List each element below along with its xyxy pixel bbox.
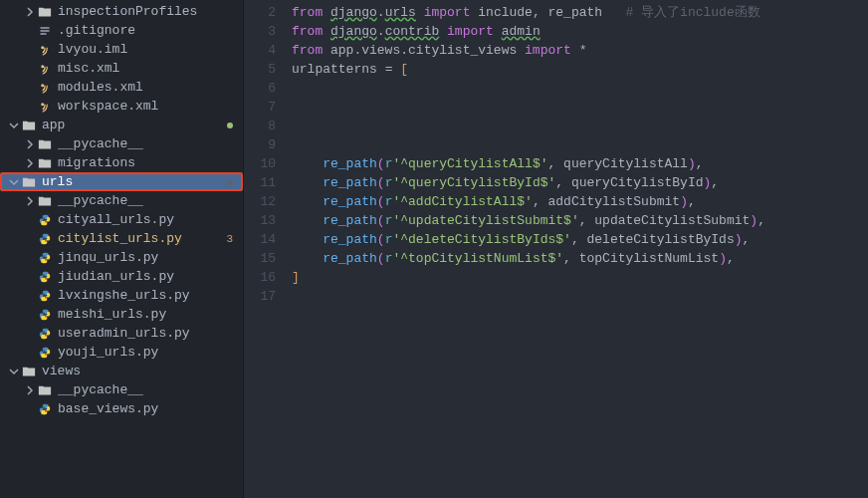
- code-token: '^queryCitylistById$': [392, 175, 555, 190]
- code-token: addCitylistSubmit: [548, 194, 681, 209]
- code-token: '^deleteCitylistByIds$': [392, 232, 570, 247]
- code-token: django: [330, 24, 377, 39]
- python-file-icon: [38, 289, 52, 303]
- code-token: [292, 194, 323, 209]
- code-line[interactable]: re_path(r'^queryCitylistById$', queryCit…: [292, 173, 868, 192]
- code-line[interactable]: re_path(r'^deleteCitylistByIds$', delete…: [292, 230, 868, 249]
- code-line[interactable]: re_path(r'^topCitylistNumList$', topCity…: [292, 249, 868, 268]
- code-line[interactable]: re_path(r'^updateCitylistSubmit$', updat…: [292, 211, 868, 230]
- xml-file-icon: [38, 62, 52, 76]
- tree-item-lvyou-iml[interactable]: lvyou.iml: [0, 40, 243, 59]
- tree-item-views[interactable]: views: [0, 362, 243, 380]
- code-line[interactable]: [292, 135, 868, 154]
- tree-item-inspectionprofiles[interactable]: inspectionProfiles: [0, 2, 243, 21]
- folder-icon: [38, 383, 52, 397]
- line-number: 4: [244, 41, 292, 60]
- code-token: ): [735, 232, 743, 247]
- tree-item-youji-urls-py[interactable]: youji_urls.py: [0, 343, 243, 362]
- status-dot: [227, 179, 233, 185]
- tree-item-label: cityall_urls.py: [58, 212, 243, 227]
- tree-item-label: useradmin_urls.py: [58, 326, 243, 341]
- code-token: ,: [547, 156, 563, 171]
- python-file-icon: [38, 308, 52, 322]
- tree-item---pycache--[interactable]: __pycache__: [0, 380, 243, 399]
- line-number: 16: [244, 268, 292, 287]
- code-line[interactable]: urlpatterns = [: [292, 60, 868, 79]
- tree-item-modules-xml[interactable]: modules.xml: [0, 78, 243, 97]
- code-token: re_path: [323, 232, 377, 247]
- code-token: .: [377, 5, 385, 20]
- code-token: [292, 213, 323, 228]
- code-content[interactable]: from django.urls import include, re_path…: [292, 0, 868, 498]
- code-token: ,: [579, 213, 595, 228]
- tree-item---pycache--[interactable]: __pycache__: [0, 134, 243, 153]
- folder-icon: [22, 365, 36, 378]
- tree-item-label: .gitignore: [58, 23, 243, 38]
- svg-rect-1: [41, 30, 50, 32]
- tree-item-citylist-urls-py[interactable]: citylist_urls.py3: [0, 229, 243, 248]
- code-line[interactable]: [292, 287, 868, 306]
- tree-item-urls[interactable]: urls: [0, 172, 243, 191]
- tree-item-meishi-urls-py[interactable]: meishi_urls.py: [0, 305, 243, 324]
- code-line[interactable]: re_path(r'^queryCitylistAll$', queryCity…: [292, 154, 868, 173]
- code-line[interactable]: [292, 98, 868, 117]
- file-explorer-sidebar[interactable]: inspectionProfiles.gitignorelvyou.imlmis…: [0, 0, 244, 498]
- svg-rect-2: [41, 33, 47, 35]
- code-token: deleteCitylistByIds: [587, 232, 735, 247]
- code-token: =: [385, 62, 401, 77]
- code-token: ): [719, 251, 727, 266]
- tree-item-useradmin-urls-py[interactable]: useradmin_urls.py: [0, 324, 243, 343]
- code-token: (: [377, 156, 385, 171]
- code-token: [292, 232, 323, 247]
- code-token: ,: [563, 251, 579, 266]
- line-number: 3: [244, 22, 292, 41]
- code-line[interactable]: re_path(r'^addCitylistAll$', addCitylist…: [292, 192, 868, 211]
- folder-icon: [38, 137, 52, 151]
- tree-item-jinqu-urls-py[interactable]: jinqu_urls.py: [0, 248, 243, 267]
- tree-item-label: jinqu_urls.py: [58, 250, 243, 265]
- svg-point-6: [41, 103, 44, 106]
- code-token: updateCitylistSubmit: [594, 213, 750, 228]
- code-line[interactable]: from app.views.citylist_views import *: [292, 41, 868, 60]
- code-line[interactable]: from django.contrib import admin: [292, 22, 868, 41]
- line-number: 8: [244, 117, 292, 135]
- code-line[interactable]: [292, 79, 868, 98]
- tree-item-label: workspace.xml: [58, 99, 243, 114]
- tree-item-app[interactable]: app: [0, 116, 243, 134]
- tree-item-base-views-py[interactable]: base_views.py: [0, 399, 243, 418]
- code-line[interactable]: from django.urls import include, re_path…: [292, 3, 868, 22]
- line-number: 13: [244, 211, 292, 230]
- svg-point-3: [41, 46, 44, 49]
- code-editor[interactable]: 234567891011121314151617 from django.url…: [244, 0, 868, 498]
- folder-icon: [38, 5, 52, 19]
- code-token: # 导入了include函数: [602, 5, 760, 20]
- tree-item-label: __pycache__: [58, 193, 243, 208]
- code-token: [292, 251, 323, 266]
- python-file-icon: [38, 402, 52, 416]
- code-token: include: [478, 5, 533, 20]
- code-token: app.views.citylist_views: [330, 43, 525, 58]
- tree-item-label: jiudian_urls.py: [58, 269, 243, 284]
- tree-item-lvxingshe-urls-py[interactable]: lvxingshe_urls.py: [0, 286, 243, 305]
- code-token: '^updateCitylistSubmit$': [392, 213, 578, 228]
- line-number: 11: [244, 173, 292, 192]
- code-token: import: [525, 43, 579, 58]
- tree-item-misc-xml[interactable]: misc.xml: [0, 59, 243, 78]
- code-token: queryCitylistAll: [563, 156, 688, 171]
- code-token: ,: [571, 232, 587, 247]
- changes-badge: 3: [226, 233, 233, 245]
- chevron-right-icon: [24, 385, 36, 395]
- code-token: django: [330, 5, 377, 20]
- code-line[interactable]: ]: [292, 268, 868, 287]
- tree-item-cityall-urls-py[interactable]: cityall_urls.py: [0, 210, 243, 229]
- tree-item-migrations[interactable]: migrations: [0, 153, 243, 172]
- folder-icon: [38, 156, 52, 170]
- tree-item-jiudian-urls-py[interactable]: jiudian_urls.py: [0, 267, 243, 286]
- svg-point-4: [41, 65, 44, 68]
- tree-item---pycache--[interactable]: __pycache__: [0, 191, 243, 210]
- code-line[interactable]: [292, 117, 868, 135]
- gitignore-file-icon: [38, 24, 52, 38]
- tree-item--gitignore[interactable]: .gitignore: [0, 21, 243, 40]
- tree-item-workspace-xml[interactable]: workspace.xml: [0, 97, 243, 116]
- line-number: 14: [244, 230, 292, 249]
